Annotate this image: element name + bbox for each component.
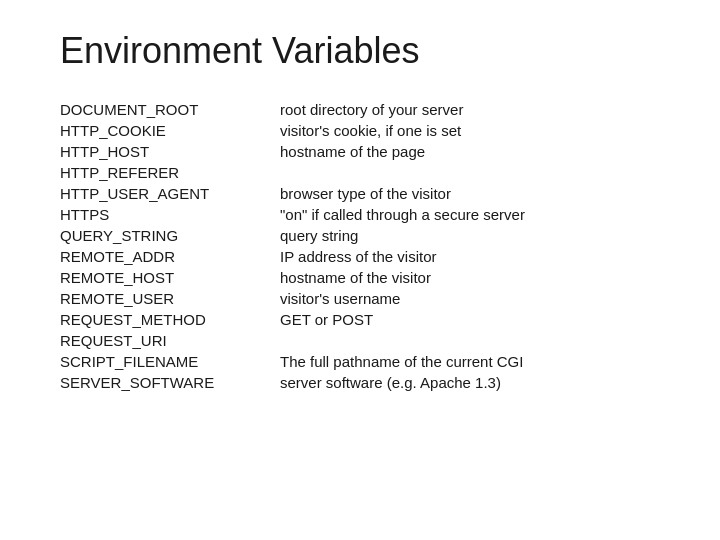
main-page: Environment Variables DOCUMENT_ROOTroot … [0,0,720,540]
env-var-desc: visitor's username [280,289,660,308]
env-var-desc: The full pathname of the current CGI [280,352,660,371]
env-var-desc: visitor's cookie, if one is set [280,121,660,140]
env-var-name: REQUEST_METHOD [60,310,280,329]
env-var-name: HTTP_USER_AGENT [60,184,280,203]
env-var-name: HTTP_HOST [60,142,280,161]
env-var-name: REMOTE_ADDR [60,247,280,266]
env-var-name: REMOTE_HOST [60,268,280,287]
env-var-desc [280,163,660,182]
env-var-name: DOCUMENT_ROOT [60,100,280,119]
env-var-desc: GET or POST [280,310,660,329]
env-var-desc: server software (e.g. Apache 1.3) [280,373,660,392]
env-var-name: HTTP_REFERER [60,163,280,182]
page-title: Environment Variables [60,30,660,72]
env-var-name: QUERY_STRING [60,226,280,245]
env-var-name: SERVER_SOFTWARE [60,373,280,392]
env-vars-table: DOCUMENT_ROOTroot directory of your serv… [60,100,660,392]
env-var-desc: "on" if called through a secure server [280,205,660,224]
env-var-name: REQUEST_URI [60,331,280,350]
env-var-desc: query string [280,226,660,245]
env-var-name: REMOTE_USER [60,289,280,308]
env-var-desc: browser type of the visitor [280,184,660,203]
env-var-name: HTTPS [60,205,280,224]
env-var-desc: hostname of the visitor [280,268,660,287]
env-var-desc: hostname of the page [280,142,660,161]
env-var-name: SCRIPT_FILENAME [60,352,280,371]
env-var-desc: IP address of the visitor [280,247,660,266]
env-var-name: HTTP_COOKIE [60,121,280,140]
env-var-desc [280,331,660,350]
env-var-desc: root directory of your server [280,100,660,119]
